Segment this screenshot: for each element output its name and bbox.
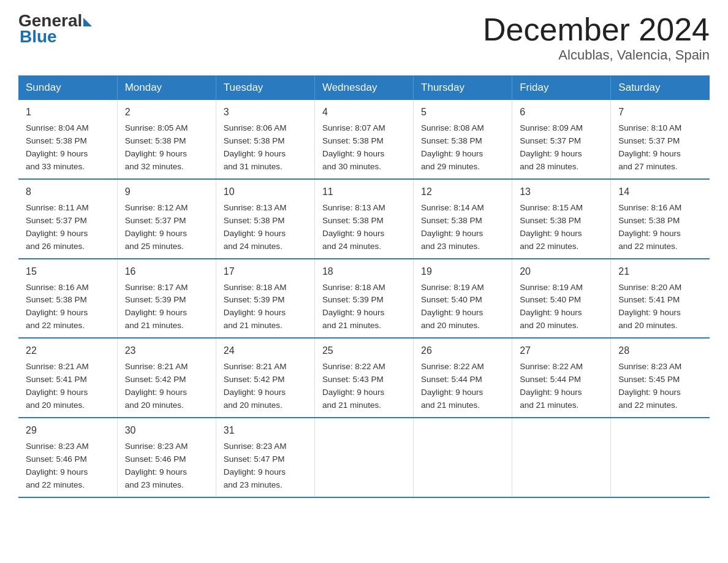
calendar-cell: 24Sunrise: 8:21 AM Sunset: 5:42 PM Dayli… [216, 338, 314, 418]
calendar-cell [314, 418, 413, 497]
day-number: 25 [322, 343, 406, 358]
day-info: Sunrise: 8:23 AM Sunset: 5:46 PM Dayligh… [125, 440, 208, 492]
calendar-cell [611, 418, 710, 497]
day-info: Sunrise: 8:19 AM Sunset: 5:40 PM Dayligh… [421, 282, 504, 333]
day-number: 13 [520, 185, 603, 199]
day-number: 28 [618, 343, 702, 358]
calendar-cell: 1Sunrise: 8:04 AM Sunset: 5:38 PM Daylig… [18, 100, 117, 179]
calendar-cell: 6Sunrise: 8:09 AM Sunset: 5:37 PM Daylig… [512, 100, 611, 179]
calendar-cell: 3Sunrise: 8:06 AM Sunset: 5:38 PM Daylig… [216, 100, 314, 179]
calendar-cell: 5Sunrise: 8:08 AM Sunset: 5:38 PM Daylig… [414, 100, 512, 179]
day-info: Sunrise: 8:22 AM Sunset: 5:43 PM Dayligh… [322, 361, 406, 412]
day-number: 9 [125, 185, 208, 199]
calendar-cell: 29Sunrise: 8:23 AM Sunset: 5:46 PM Dayli… [18, 418, 117, 497]
day-info: Sunrise: 8:18 AM Sunset: 5:39 PM Dayligh… [224, 282, 307, 333]
calendar-cell: 15Sunrise: 8:16 AM Sunset: 5:38 PM Dayli… [18, 259, 117, 339]
calendar-cell: 14Sunrise: 8:16 AM Sunset: 5:38 PM Dayli… [611, 179, 710, 259]
day-info: Sunrise: 8:19 AM Sunset: 5:40 PM Dayligh… [520, 282, 603, 333]
calendar-cell: 21Sunrise: 8:20 AM Sunset: 5:41 PM Dayli… [611, 259, 710, 339]
calendar-cell: 10Sunrise: 8:13 AM Sunset: 5:38 PM Dayli… [216, 179, 314, 259]
day-number: 17 [224, 264, 307, 279]
day-info: Sunrise: 8:23 AM Sunset: 5:46 PM Dayligh… [26, 440, 110, 492]
day-info: Sunrise: 8:14 AM Sunset: 5:38 PM Dayligh… [421, 202, 504, 253]
calendar-cell: 7Sunrise: 8:10 AM Sunset: 5:37 PM Daylig… [611, 100, 710, 179]
calendar-cell: 18Sunrise: 8:18 AM Sunset: 5:39 PM Dayli… [314, 259, 413, 339]
day-number: 23 [125, 343, 208, 358]
calendar-cell: 11Sunrise: 8:13 AM Sunset: 5:38 PM Dayli… [314, 179, 413, 259]
day-info: Sunrise: 8:23 AM Sunset: 5:47 PM Dayligh… [224, 440, 307, 492]
calendar-cell: 25Sunrise: 8:22 AM Sunset: 5:43 PM Dayli… [314, 338, 413, 418]
day-info: Sunrise: 8:11 AM Sunset: 5:37 PM Dayligh… [26, 202, 110, 253]
day-info: Sunrise: 8:13 AM Sunset: 5:38 PM Dayligh… [322, 202, 406, 253]
day-number: 5 [421, 105, 504, 120]
calendar-cell: 4Sunrise: 8:07 AM Sunset: 5:38 PM Daylig… [314, 100, 413, 179]
day-number: 8 [26, 185, 110, 199]
day-number: 4 [322, 105, 406, 120]
day-number: 30 [125, 423, 208, 438]
day-info: Sunrise: 8:16 AM Sunset: 5:38 PM Dayligh… [26, 282, 110, 333]
calendar-cell: 13Sunrise: 8:15 AM Sunset: 5:38 PM Dayli… [512, 179, 611, 259]
day-number: 11 [322, 185, 406, 199]
weekday-header-sunday: Sunday [18, 75, 117, 100]
day-info: Sunrise: 8:08 AM Sunset: 5:38 PM Dayligh… [421, 122, 504, 174]
page-header: General Blue December 2024 Alcublas, Val… [18, 12, 710, 63]
weekday-header-tuesday: Tuesday [216, 75, 314, 100]
day-number: 16 [125, 264, 208, 279]
day-number: 1 [26, 105, 110, 120]
day-number: 26 [421, 343, 504, 358]
day-info: Sunrise: 8:23 AM Sunset: 5:45 PM Dayligh… [618, 361, 702, 412]
calendar-week-row: 15Sunrise: 8:16 AM Sunset: 5:38 PM Dayli… [18, 259, 710, 339]
calendar-week-row: 1Sunrise: 8:04 AM Sunset: 5:38 PM Daylig… [18, 100, 710, 179]
calendar-cell: 17Sunrise: 8:18 AM Sunset: 5:39 PM Dayli… [216, 259, 314, 339]
calendar-cell: 16Sunrise: 8:17 AM Sunset: 5:39 PM Dayli… [117, 259, 216, 339]
calendar-cell: 20Sunrise: 8:19 AM Sunset: 5:40 PM Dayli… [512, 259, 611, 339]
day-info: Sunrise: 8:20 AM Sunset: 5:41 PM Dayligh… [618, 282, 702, 333]
day-info: Sunrise: 8:21 AM Sunset: 5:42 PM Dayligh… [224, 361, 307, 412]
day-info: Sunrise: 8:07 AM Sunset: 5:38 PM Dayligh… [322, 122, 406, 174]
calendar-cell [414, 418, 512, 497]
logo-arrow-icon [83, 18, 92, 26]
day-info: Sunrise: 8:21 AM Sunset: 5:41 PM Dayligh… [26, 361, 110, 412]
day-number: 6 [520, 105, 603, 120]
day-number: 7 [618, 105, 702, 120]
logo: General Blue [18, 12, 92, 45]
day-info: Sunrise: 8:21 AM Sunset: 5:42 PM Dayligh… [125, 361, 208, 412]
day-info: Sunrise: 8:04 AM Sunset: 5:38 PM Dayligh… [26, 122, 110, 174]
calendar-week-row: 22Sunrise: 8:21 AM Sunset: 5:41 PM Dayli… [18, 338, 710, 418]
day-number: 29 [26, 423, 110, 438]
calendar-cell: 19Sunrise: 8:19 AM Sunset: 5:40 PM Dayli… [414, 259, 512, 339]
day-info: Sunrise: 8:05 AM Sunset: 5:38 PM Dayligh… [125, 122, 208, 174]
calendar-week-row: 8Sunrise: 8:11 AM Sunset: 5:37 PM Daylig… [18, 179, 710, 259]
logo-blue-text: Blue [18, 28, 92, 45]
weekday-header-wednesday: Wednesday [314, 75, 413, 100]
day-number: 21 [618, 264, 702, 279]
day-info: Sunrise: 8:12 AM Sunset: 5:37 PM Dayligh… [125, 202, 208, 253]
day-number: 12 [421, 185, 504, 199]
calendar-cell: 26Sunrise: 8:22 AM Sunset: 5:44 PM Dayli… [414, 338, 512, 418]
day-info: Sunrise: 8:10 AM Sunset: 5:37 PM Dayligh… [618, 122, 702, 174]
day-info: Sunrise: 8:06 AM Sunset: 5:38 PM Dayligh… [224, 122, 307, 174]
day-number: 10 [224, 185, 307, 199]
calendar-cell: 31Sunrise: 8:23 AM Sunset: 5:47 PM Dayli… [216, 418, 314, 497]
weekday-header-monday: Monday [117, 75, 216, 100]
day-info: Sunrise: 8:18 AM Sunset: 5:39 PM Dayligh… [322, 282, 406, 333]
calendar-cell: 28Sunrise: 8:23 AM Sunset: 5:45 PM Dayli… [611, 338, 710, 418]
calendar-table: SundayMondayTuesdayWednesdayThursdayFrid… [18, 75, 710, 497]
day-number: 31 [224, 423, 307, 438]
day-number: 3 [224, 105, 307, 120]
day-number: 2 [125, 105, 208, 120]
calendar-cell: 23Sunrise: 8:21 AM Sunset: 5:42 PM Dayli… [117, 338, 216, 418]
day-info: Sunrise: 8:15 AM Sunset: 5:38 PM Dayligh… [520, 202, 603, 253]
calendar-cell: 27Sunrise: 8:22 AM Sunset: 5:44 PM Dayli… [512, 338, 611, 418]
calendar-week-row: 29Sunrise: 8:23 AM Sunset: 5:46 PM Dayli… [18, 418, 710, 497]
day-number: 22 [26, 343, 110, 358]
day-info: Sunrise: 8:13 AM Sunset: 5:38 PM Dayligh… [224, 202, 307, 253]
day-info: Sunrise: 8:16 AM Sunset: 5:38 PM Dayligh… [618, 202, 702, 253]
calendar-cell: 8Sunrise: 8:11 AM Sunset: 5:37 PM Daylig… [18, 179, 117, 259]
weekday-header-saturday: Saturday [611, 75, 710, 100]
calendar-title: December 2024 [483, 12, 710, 47]
day-info: Sunrise: 8:22 AM Sunset: 5:44 PM Dayligh… [520, 361, 603, 412]
day-number: 24 [224, 343, 307, 358]
day-info: Sunrise: 8:22 AM Sunset: 5:44 PM Dayligh… [421, 361, 504, 412]
day-number: 14 [618, 185, 702, 199]
